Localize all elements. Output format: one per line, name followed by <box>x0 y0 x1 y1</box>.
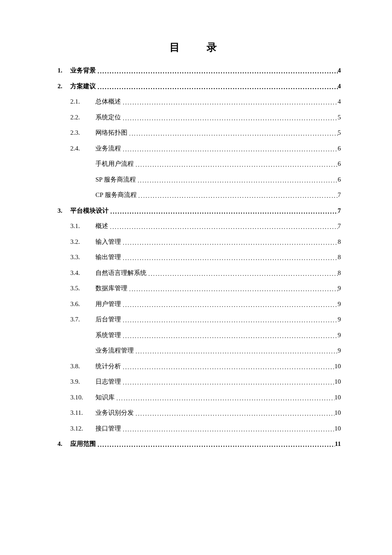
toc-leader-dots <box>98 84 338 90</box>
toc-entry-number: 3.2. <box>70 239 95 245</box>
toc-entry-label: 统计分析 <box>95 363 123 370</box>
toc-entry-page: 9 <box>338 332 341 338</box>
toc-entry-label: 业务识别分发 <box>95 410 135 416</box>
toc-entry-label: 网络拓扑图 <box>95 130 129 136</box>
toc-entry-label: 业务流程管理 <box>95 347 135 354</box>
toc-entry-page: 7 <box>338 223 341 229</box>
toc-entry[interactable]: 3.9.日志管理 10 <box>58 378 341 385</box>
toc-entry-number: 3.4. <box>70 270 95 276</box>
toc-entry[interactable]: 3.1.概述 7 <box>58 223 341 229</box>
toc-entry-label: CP 服务商流程 <box>95 192 138 198</box>
toc-entry[interactable]: 3.7.后台管理 9 <box>58 316 341 323</box>
toc-entry-page: 4 <box>338 98 341 105</box>
toc-entry-label: 平台模块设计 <box>70 208 110 214</box>
toc-entry-label: 自然语言理解系统 <box>95 270 148 276</box>
toc-entry[interactable]: 1.业务背景 4 <box>58 67 341 74</box>
toc-entry-page: 10 <box>334 394 341 401</box>
toc-leader-dots <box>123 379 334 385</box>
toc-leader-dots <box>123 115 338 121</box>
toc-entry-page: 5 <box>338 130 341 136</box>
toc-leader-dots <box>129 286 338 292</box>
toc-entry-label: 手机用户流程 <box>95 161 135 167</box>
toc-entry[interactable]: 3.3.输出管理 8 <box>58 254 341 260</box>
toc-entry[interactable]: 3.4.自然语言理解系统 8 <box>58 269 341 276</box>
toc-entry[interactable]: 业务流程管理 9 <box>58 347 341 354</box>
toc-entry[interactable]: 手机用户流程 6 <box>58 160 341 167</box>
toc-entry-page: 5 <box>338 114 341 121</box>
toc-title: 目 录 <box>58 40 341 54</box>
toc-entry[interactable]: 2.方案建议 4 <box>58 83 341 90</box>
toc-entry[interactable]: 3.5.数据库管理 9 <box>58 285 341 292</box>
toc-entry-page: 6 <box>338 145 341 152</box>
toc-entry[interactable]: 系统管理 9 <box>58 332 341 338</box>
toc-entry-number: 3. <box>58 208 70 214</box>
toc-entry[interactable]: SP 服务商流程 6 <box>58 176 341 183</box>
toc-entry-number: 3.10. <box>70 394 95 401</box>
toc-entry-number: 4. <box>58 441 70 447</box>
toc-entry[interactable]: 2.3.网络拓扑图 5 <box>58 129 341 136</box>
toc-entry-label: 业务背景 <box>70 67 98 74</box>
toc-entry-page: 10 <box>334 425 341 432</box>
toc-entry-number: 3.5. <box>70 285 95 292</box>
toc-entry[interactable]: 3.10.知识库 10 <box>58 394 341 401</box>
toc-leader-dots <box>98 68 338 74</box>
toc-entry-number: 2. <box>58 83 70 90</box>
toc-leader-dots <box>110 223 338 230</box>
toc-entry-number: 1. <box>58 67 70 74</box>
toc-leader-dots <box>135 161 338 168</box>
toc-entry-page: 11 <box>335 441 341 447</box>
toc-entry-label: 输出管理 <box>95 254 123 260</box>
toc-entry[interactable]: 3.11.业务识别分发 10 <box>58 409 341 416</box>
toc-entry[interactable]: CP 服务商流程 7 <box>58 191 341 198</box>
toc-entry-page: 4 <box>338 83 341 90</box>
toc-entry-number: 3.12. <box>70 425 95 432</box>
toc-leader-dots <box>123 332 338 339</box>
toc-leader-dots <box>138 192 337 199</box>
toc-entry-page: 9 <box>338 301 341 307</box>
toc-leader-dots <box>135 410 334 416</box>
toc-entry[interactable]: 3.8.统计分析 10 <box>58 363 341 370</box>
toc-entry-number: 3.11. <box>70 410 95 416</box>
toc-entry-label: 概述 <box>95 223 110 229</box>
toc-entry-label: 业务流程 <box>95 145 123 152</box>
toc-entry-page: 8 <box>338 254 341 260</box>
toc-entry-label: 知识库 <box>95 394 116 401</box>
toc-entry-page: 7 <box>338 192 341 198</box>
toc-entry-page: 8 <box>338 239 341 245</box>
toc-entry[interactable]: 2.4.业务流程 6 <box>58 145 341 152</box>
toc-container: 1.业务背景 42.方案建议 42.1.总体概述 42.2.系统定位 52.3.… <box>58 67 341 447</box>
toc-entry-page: 9 <box>338 316 341 323</box>
toc-leader-dots <box>123 364 334 370</box>
toc-leader-dots <box>123 99 338 105</box>
toc-entry-number: 2.2. <box>70 114 95 121</box>
toc-entry-number: 3.1. <box>70 223 95 229</box>
toc-entry[interactable]: 4.应用范围 11 <box>58 440 341 447</box>
toc-entry-page: 9 <box>338 347 341 354</box>
toc-entry-page: 6 <box>338 161 341 167</box>
toc-leader-dots <box>123 239 338 246</box>
toc-entry-page: 10 <box>334 410 341 416</box>
toc-entry-page: 4 <box>338 67 341 74</box>
toc-leader-dots <box>123 254 338 261</box>
toc-entry-number: 3.7. <box>70 316 95 323</box>
toc-entry-number: 2.1. <box>70 98 95 105</box>
toc-leader-dots <box>123 317 338 323</box>
toc-leader-dots <box>123 301 338 308</box>
toc-entry[interactable]: 3.6.用户管理 9 <box>58 301 341 307</box>
toc-entry[interactable]: 3.12.接口管理 10 <box>58 425 341 432</box>
toc-entry[interactable]: 2.1.总体概述 4 <box>58 98 341 105</box>
toc-entry-number: 2.4. <box>70 145 95 152</box>
toc-entry-label: 应用范围 <box>70 441 98 447</box>
toc-entry-page: 10 <box>334 363 341 370</box>
toc-entry[interactable]: 3.平台模块设计 7 <box>58 207 341 214</box>
toc-entry-number: 3.6. <box>70 301 95 307</box>
toc-entry[interactable]: 3.2.输入管理 8 <box>58 238 341 245</box>
toc-entry[interactable]: 2.2.系统定位 5 <box>58 114 341 121</box>
toc-leader-dots <box>135 348 338 354</box>
toc-entry-label: 系统管理 <box>95 332 123 338</box>
toc-leader-dots <box>148 270 338 277</box>
toc-entry-label: 系统定位 <box>95 114 123 121</box>
toc-entry-page: 6 <box>338 176 341 183</box>
toc-leader-dots <box>129 130 338 136</box>
toc-entry-page: 7 <box>338 208 341 214</box>
